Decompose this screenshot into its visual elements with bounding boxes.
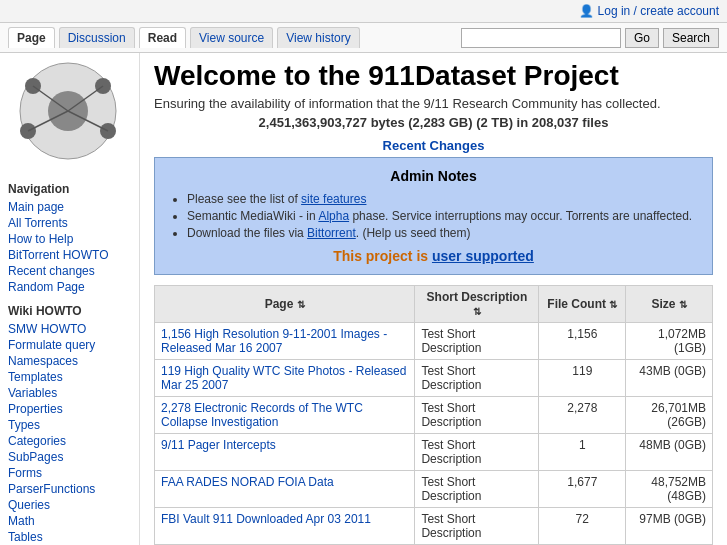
col-header-size: Size ⇅ — [626, 285, 713, 322]
table-cell-page: 2,278 Electronic Records of The WTC Coll… — [155, 396, 415, 433]
sort-icon-desc: ⇅ — [473, 306, 481, 317]
table-cell-desc: Test Short Description — [415, 470, 539, 507]
tab-read[interactable]: Read — [139, 27, 186, 48]
sidebar-nav-link[interactable]: BitTorrent HOWTO — [8, 248, 131, 262]
table-cell-count: 1,677 — [539, 470, 626, 507]
table-row: FAA RADES NORAD FOIA DataTest Short Desc… — [155, 470, 713, 507]
top-bar: 👤 Log in / create account — [0, 0, 727, 23]
page-title: Welcome to the 911Dataset Project — [154, 61, 713, 92]
sidebar-wiki-link[interactable]: Math — [8, 514, 131, 528]
sidebar-wiki-link[interactable]: Queries — [8, 498, 131, 512]
table-body: 1,156 High Resolution 9-11-2001 Images -… — [155, 322, 713, 544]
table-cell-desc: Test Short Description — [415, 359, 539, 396]
table-cell-desc: Test Short Description — [415, 433, 539, 470]
table-cell-page: FAA RADES NORAD FOIA Data — [155, 470, 415, 507]
wiki-links: SMW HOWTOFormulate queryNamespacesTempla… — [8, 322, 131, 545]
table-cell-size: 1,072MB (1GB) — [626, 322, 713, 359]
sidebar-nav-link[interactable]: All Torrents — [8, 216, 131, 230]
table-cell-size: 48,752MB (48GB) — [626, 470, 713, 507]
col-header-page: Page ⇅ — [155, 285, 415, 322]
sidebar: Navigation Main pageAll TorrentsHow to H… — [0, 53, 140, 545]
sidebar-nav-link[interactable]: Recent changes — [8, 264, 131, 278]
search-group: Go Search — [461, 28, 719, 48]
sidebar-wiki-link[interactable]: Formulate query — [8, 338, 131, 352]
sidebar-nav-link[interactable]: Random Page — [8, 280, 131, 294]
admin-box: Admin Notes Please see the list of site … — [154, 157, 713, 275]
sidebar-wiki-link[interactable]: Forms — [8, 466, 131, 480]
tab-group: Page Discussion Read View source View hi… — [8, 27, 360, 48]
header-tabs: Page Discussion Read View source View hi… — [0, 23, 727, 53]
sidebar-wiki-link[interactable]: ParserFunctions — [8, 482, 131, 496]
table-row: 119 High Quality WTC Site Photos - Relea… — [155, 359, 713, 396]
recent-changes-link[interactable]: Recent Changes — [154, 138, 713, 153]
admin-notes-list: Please see the list of site features Sem… — [169, 192, 698, 240]
table-row: FBI Vault 911 Downloaded Apr 03 2011Test… — [155, 507, 713, 544]
sort-icon-count: ⇅ — [609, 299, 617, 310]
supported-text: This project is user supported — [169, 248, 698, 264]
table-cell-page: 9/11 Pager Intercepts — [155, 433, 415, 470]
wiki-section-title: Wiki HOWTO — [8, 304, 131, 318]
table-cell-count: 72 — [539, 507, 626, 544]
tab-view-source[interactable]: View source — [190, 27, 273, 48]
sidebar-nav-link[interactable]: How to Help — [8, 232, 131, 246]
stats: 2,451,363,903,727 bytes (2,283 GB) (2 TB… — [154, 115, 713, 130]
go-button[interactable]: Go — [625, 28, 659, 48]
tab-view-history[interactable]: View history — [277, 27, 359, 48]
table-cell-size: 97MB (0GB) — [626, 507, 713, 544]
col-header-count: File Count ⇅ — [539, 285, 626, 322]
table-cell-size: 48MB (0GB) — [626, 433, 713, 470]
table-cell-desc: Test Short Description — [415, 507, 539, 544]
sidebar-wiki-link[interactable]: SubPages — [8, 450, 131, 464]
alpha-link[interactable]: Alpha — [318, 209, 349, 223]
sidebar-nav-link[interactable]: Main page — [8, 200, 131, 214]
table-cell-desc: Test Short Description — [415, 322, 539, 359]
sort-icon-size: ⇅ — [679, 299, 687, 310]
table-cell-desc: Test Short Description — [415, 396, 539, 433]
page-link[interactable]: 1,156 High Resolution 9-11-2001 Images -… — [161, 327, 387, 355]
table-row: 1,156 High Resolution 9-11-2001 Images -… — [155, 322, 713, 359]
admin-note-1: Please see the list of site features — [187, 192, 698, 206]
table-cell-count: 1 — [539, 433, 626, 470]
table-row: 2,278 Electronic Records of The WTC Coll… — [155, 396, 713, 433]
table-cell-count: 1,156 — [539, 322, 626, 359]
sidebar-wiki-link[interactable]: SMW HOWTO — [8, 322, 131, 336]
table-cell-size: 26,701MB (26GB) — [626, 396, 713, 433]
admin-note-3: Download the files via Bittorrent. (Help… — [187, 226, 698, 240]
sidebar-wiki-link[interactable]: Tables — [8, 530, 131, 544]
sidebar-wiki-link[interactable]: Variables — [8, 386, 131, 400]
page-link[interactable]: FAA RADES NORAD FOIA Data — [161, 475, 334, 489]
login-link[interactable]: Log in / create account — [598, 4, 719, 18]
admin-note-2: Semantic MediaWiki - in Alpha phase. Ser… — [187, 209, 698, 223]
sort-icon-page: ⇅ — [297, 299, 305, 310]
site-logo — [8, 61, 128, 161]
table-cell-count: 2,278 — [539, 396, 626, 433]
search-input[interactable] — [461, 28, 621, 48]
bittorrent-link[interactable]: Bittorrent — [307, 226, 356, 240]
table-cell-count: 119 — [539, 359, 626, 396]
supported-label: This project is — [333, 248, 432, 264]
user-supported-link[interactable]: user supported — [432, 248, 534, 264]
table-cell-size: 43MB (0GB) — [626, 359, 713, 396]
sidebar-wiki-link[interactable]: Categories — [8, 434, 131, 448]
search-button[interactable]: Search — [663, 28, 719, 48]
main-content: Welcome to the 911Dataset Project Ensuri… — [140, 53, 727, 545]
sidebar-wiki-link[interactable]: Properties — [8, 402, 131, 416]
data-table: Page ⇅ Short Description ⇅ File Count ⇅ … — [154, 285, 713, 545]
page-link[interactable]: FBI Vault 911 Downloaded Apr 03 2011 — [161, 512, 371, 526]
tab-discussion[interactable]: Discussion — [59, 27, 135, 48]
table-row: 9/11 Pager InterceptsTest Short Descript… — [155, 433, 713, 470]
tab-page[interactable]: Page — [8, 27, 55, 48]
site-features-link[interactable]: site features — [301, 192, 366, 206]
table-cell-page: FBI Vault 911 Downloaded Apr 03 2011 — [155, 507, 415, 544]
table-cell-page: 119 High Quality WTC Site Photos - Relea… — [155, 359, 415, 396]
sidebar-wiki-link[interactable]: Templates — [8, 370, 131, 384]
page-link[interactable]: 9/11 Pager Intercepts — [161, 438, 276, 452]
page-link[interactable]: 2,278 Electronic Records of The WTC Coll… — [161, 401, 363, 429]
page-link[interactable]: 119 High Quality WTC Site Photos - Relea… — [161, 364, 406, 392]
login-icon: 👤 — [579, 4, 594, 18]
col-header-desc: Short Description ⇅ — [415, 285, 539, 322]
sidebar-wiki-link[interactable]: Types — [8, 418, 131, 432]
table-cell-page: 1,156 High Resolution 9-11-2001 Images -… — [155, 322, 415, 359]
nav-section-title: Navigation — [8, 182, 131, 196]
sidebar-wiki-link[interactable]: Namespaces — [8, 354, 131, 368]
